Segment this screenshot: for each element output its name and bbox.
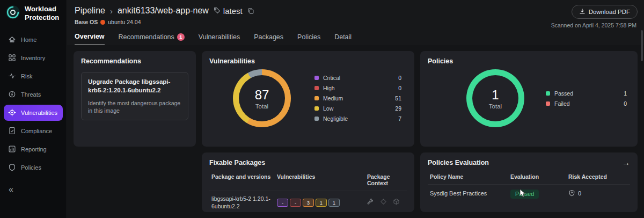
legend-swatch xyxy=(314,117,319,121)
vulnerabilities-icon xyxy=(8,108,16,118)
image-tag: latest xyxy=(214,6,243,16)
breadcrumb-separator: › xyxy=(110,6,113,16)
policies-total: 1 xyxy=(492,88,499,103)
sidebar-nav: Home Inventory Risk Threats Vulnerabilit… xyxy=(0,32,67,176)
sidebar-item-label: Inventory xyxy=(21,55,45,61)
vertical-scrollbar-thumb[interactable] xyxy=(641,30,643,61)
app-title: Workload Protection xyxy=(25,5,61,21)
page-header: Pipeline › ankit6133/web-app-new latest … xyxy=(67,0,644,45)
threats-icon xyxy=(8,90,16,99)
open-policies-evaluation-arrow-icon[interactable]: → xyxy=(622,158,630,167)
sidebar-collapse-button[interactable]: « xyxy=(9,185,13,194)
evaluation-passed-badge[interactable]: Passed xyxy=(510,190,539,199)
tab-recommendations[interactable]: Recommendations 1 xyxy=(119,33,185,46)
wrench-icon xyxy=(367,198,374,207)
legend-label: Failed xyxy=(554,100,570,107)
recommendation-title: Upgrade Package libgssapi-krb5-2:1.20.1-… xyxy=(88,78,181,95)
sidebar-item-inventory[interactable]: Inventory xyxy=(4,50,63,66)
home-icon xyxy=(8,35,16,45)
sidebar-item-reporting[interactable]: Reporting xyxy=(4,141,63,157)
legend-value: 0 xyxy=(624,100,630,107)
compliance-icon xyxy=(8,127,16,136)
legend-value: 0 xyxy=(398,85,405,91)
legend-value: 51 xyxy=(395,95,405,101)
legend-swatch xyxy=(314,106,319,111)
legend-swatch xyxy=(314,96,319,100)
tab-policies[interactable]: Policies xyxy=(297,33,320,46)
vulnerabilities-card: Vulnerabilities 87 Total Critical 0 High… xyxy=(202,51,414,147)
vulnerabilities-total-label: Total xyxy=(255,103,268,110)
sidebar-item-policies[interactable]: Policies xyxy=(4,159,63,176)
policies-legend: Passed 1 Failed 0 xyxy=(546,90,630,107)
sidebar-item-vulnerabilities[interactable]: Vulnerabilities xyxy=(4,105,63,121)
sidebar-item-label: Threats xyxy=(21,91,41,98)
sidebar-item-home[interactable]: Home xyxy=(4,32,63,48)
column-header: Risk Accepted xyxy=(568,173,630,180)
sidebar-item-label: Reporting xyxy=(21,146,47,152)
tab-overview[interactable]: Overview xyxy=(75,33,105,46)
risk-accepted-shield-icon xyxy=(568,190,575,198)
risk-icon xyxy=(8,72,16,81)
sidebar-item-label: Policies xyxy=(21,164,41,171)
legend-value: 1 xyxy=(624,90,630,97)
overview-content: Recommendations Upgrade Package libgssap… xyxy=(67,45,644,218)
recommendation-description: Identify the most dangerous package in t… xyxy=(88,99,181,114)
sidebar-item-label: Risk xyxy=(21,73,32,79)
legend-item-negligible: Negligible 7 xyxy=(314,115,405,122)
diamond-icon xyxy=(380,198,387,207)
legend-item-passed: Passed 1 xyxy=(546,90,630,97)
pill-negligible: 1 xyxy=(328,199,340,207)
sidebar-item-threats[interactable]: Threats xyxy=(4,86,63,103)
package-name: libgssapi-krb5-2 1.20.1-6ubuntu2.2 xyxy=(211,195,275,210)
vulnerabilities-legend: Critical 0 High 0 Medium 51 Low 29 xyxy=(314,75,405,122)
legend-label: Low xyxy=(323,105,333,112)
tab-bar: Overview Recommendations 1 Vulnerabiliti… xyxy=(67,33,644,46)
sidebar-item-label: Home xyxy=(21,37,36,43)
legend-label: Medium xyxy=(323,95,343,101)
sidebar-item-risk[interactable]: Risk xyxy=(4,68,63,84)
tab-packages[interactable]: Packages xyxy=(254,33,283,46)
copy-icon[interactable] xyxy=(247,8,254,14)
breadcrumb: Pipeline › ankit6133/web-app-new latest xyxy=(67,0,644,16)
inventory-icon xyxy=(8,54,16,63)
ubuntu-logo-icon xyxy=(100,20,105,25)
tab-detail[interactable]: Detail xyxy=(334,33,352,46)
severity-pills: - - 3 1 1 xyxy=(277,199,367,207)
sidebar-item-compliance[interactable]: Compliance xyxy=(4,123,63,139)
tab-label: Overview xyxy=(75,33,105,40)
pill-medium: 3 xyxy=(303,199,314,207)
policies-donut-chart: 1 Total xyxy=(466,69,524,127)
reporting-icon xyxy=(8,145,16,154)
policy-name: Sysdig Best Practices xyxy=(430,190,510,197)
legend-item-critical: Critical 0 xyxy=(314,75,405,81)
policies-total-label: Total xyxy=(489,103,502,110)
table-row-libgssapi[interactable]: libgssapi-krb5-2 1.20.1-6ubuntu2.2 - - 3… xyxy=(209,191,407,212)
column-header: Policy Name xyxy=(430,173,510,180)
recommendations-card: Recommendations Upgrade Package libgssap… xyxy=(74,51,196,147)
legend-label: Critical xyxy=(323,75,340,81)
legend-swatch xyxy=(546,101,550,106)
fixable-packages-card: Fixable Packages Package and versions Vu… xyxy=(202,152,414,212)
legend-item-high: High 0 xyxy=(314,85,405,91)
risk-accepted-count: 0 xyxy=(578,190,581,197)
legend-swatch xyxy=(314,86,319,90)
breadcrumb-pipeline[interactable]: Pipeline xyxy=(75,6,105,16)
legend-swatch xyxy=(314,76,319,80)
recommendation-item[interactable]: Upgrade Package libgssapi-krb5-2:1.20.1-… xyxy=(81,72,188,120)
download-pdf-button[interactable]: Download PDF xyxy=(572,5,638,19)
workload-protection-logo-icon xyxy=(5,5,20,22)
table-row-sysdig-best-practices[interactable]: Sysdig Best Practices Passed 0 xyxy=(428,184,630,202)
risk-accepted-cell: 0 xyxy=(568,190,630,198)
download-pdf-label: Download PDF xyxy=(589,9,630,15)
scanned-timestamp: Scanned on April 4, 2025 7:58 PM xyxy=(551,22,636,28)
tab-label: Recommendations xyxy=(119,33,174,41)
vulnerabilities-donut-chart: 87 Total xyxy=(233,69,291,127)
vulnerabilities-total: 87 xyxy=(255,88,269,103)
sidebar-item-label: Vulnerabilities xyxy=(21,110,57,116)
card-title: Fixable Packages xyxy=(209,159,407,166)
column-header: Package Context xyxy=(367,173,407,186)
app-logo[interactable]: Workload Protection xyxy=(0,0,67,25)
package-context-icons xyxy=(367,198,407,207)
tab-vulnerabilities[interactable]: Vulnerabilities xyxy=(199,33,240,46)
breadcrumb-image-name[interactable]: ankit6133/web-app-new xyxy=(118,6,209,16)
